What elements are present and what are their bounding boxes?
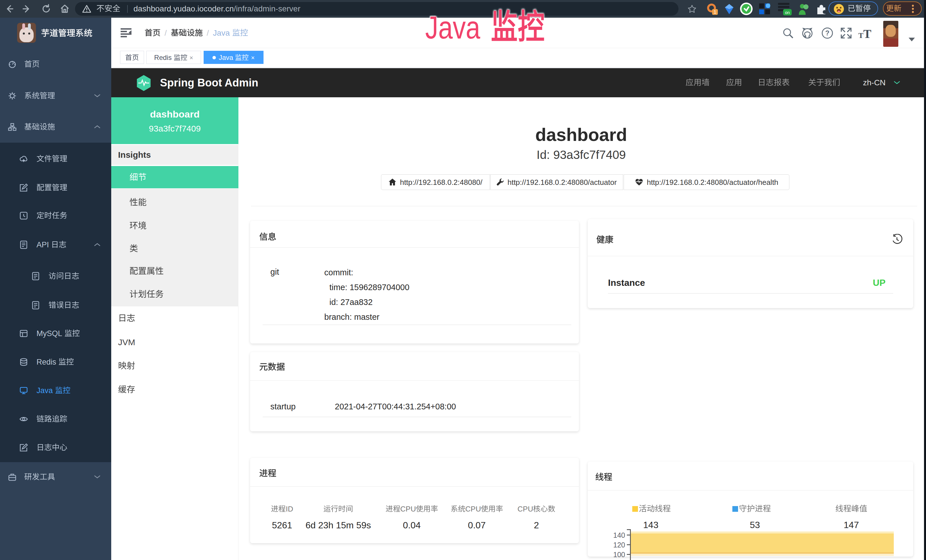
svg-text:1: 1 [714,10,716,15]
svg-text:on: on [785,10,790,15]
svg-text:?: ? [825,29,830,37]
